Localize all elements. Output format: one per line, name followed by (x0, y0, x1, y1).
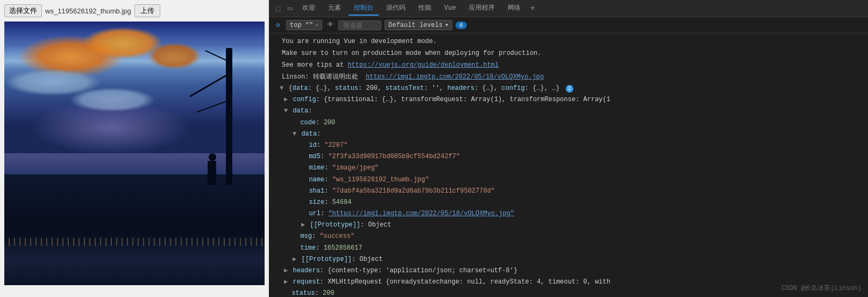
toolbar-eye-icon[interactable]: 👁 (325, 20, 335, 30)
top-filter-dropdown[interactable]: top "❞ ▾ (286, 20, 322, 30)
tree-prototype-inner-arrow[interactable] (301, 221, 305, 229)
tree-prototype-data-arrow[interactable] (293, 256, 296, 263)
tab-elements[interactable]: 元素 (323, 1, 346, 16)
tree-config: config: {transitional: {…}, transformReq… (273, 94, 864, 105)
image-container (4, 22, 265, 285)
console-line-linson: Linson: 转载请说明出处 https://img1.imgtp.com/2… (269, 71, 868, 83)
character-head (209, 153, 216, 161)
tab-network[interactable]: 网络 (502, 1, 526, 16)
character-body (208, 161, 216, 185)
file-upload-bar: 选择文件 ws_1195626192_thumb.jpg 上传 (4, 4, 265, 17)
filter-input[interactable] (338, 20, 381, 30)
devtools-toolbar: ⊘ top "❞ ▾ 👁 Default levels ▾ 6 (269, 17, 868, 33)
json-tree: {data: {…}, status: 200, statusText: '',… (269, 83, 868, 297)
tree-data-outer-arrow[interactable] (284, 107, 288, 115)
glow-center (30, 101, 191, 154)
devtools-icon-device[interactable]: ▭ (285, 4, 295, 13)
devtools-panel: ⬚ ▭ 欢迎 元素 控制台 源代码 性能 Vue 应用程序 网络 + ⊘ top… (269, 0, 868, 297)
top-filter-arrow: ▾ (315, 22, 318, 29)
tab-sources[interactable]: 源代码 (381, 1, 411, 16)
tree-headers-arrow[interactable] (284, 267, 288, 274)
tree-status: status: 200 (273, 288, 864, 297)
tab-add-button[interactable]: + (528, 4, 538, 13)
top-filter-label: top "❞ (290, 21, 313, 29)
tab-console[interactable]: 控制台 (348, 1, 379, 16)
watermark: CSDN @长岛冰茶(Linson) (781, 284, 862, 293)
tree-id: id: "2207" (273, 140, 864, 151)
upload-button[interactable]: 上传 (134, 4, 160, 17)
console-output: You are running Vue in development mode.… (269, 33, 868, 297)
console-line-vue-dev: You are running Vue in development mode. (269, 36, 868, 47)
tree-headers: headers: {content-type: 'application/jso… (273, 265, 864, 277)
levels-dropdown[interactable]: Default levels ▾ (385, 20, 452, 30)
tab-vue[interactable]: Vue (439, 2, 461, 15)
console-line-production: Make sure to turn on production mode whe… (269, 47, 868, 59)
tree-config-arrow[interactable] (284, 96, 288, 103)
anime-image (4, 22, 265, 285)
vue-deployment-link[interactable]: https://vuejs.org/guide/deployment.html (347, 61, 499, 69)
tab-performance[interactable]: 性能 (413, 1, 437, 16)
left-panel: 选择文件 ws_1195626192_thumb.jpg 上传 (0, 0, 269, 297)
cloud-orange-3 (147, 43, 201, 69)
tree-size: size: 54684 (273, 197, 864, 208)
tree-trunk (226, 48, 232, 185)
tree-request-arrow[interactable] (284, 278, 288, 286)
devtools-tab-bar: ⬚ ▭ 欢迎 元素 控制台 源代码 性能 Vue 应用程序 网络 + (269, 0, 868, 17)
tree-root: {data: {…}, status: 200, statusText: '',… (273, 83, 864, 94)
tab-application[interactable]: 应用程序 (464, 1, 500, 16)
console-line-tips: See more tips at https://vuejs.org/guide… (269, 59, 868, 71)
imgtp-link[interactable]: https://img1.imgtp.com/2022/05/18/vOLQXM… (366, 73, 544, 81)
tree-data-inner-arrow[interactable] (293, 130, 296, 138)
tab-welcome[interactable]: 欢迎 (297, 1, 321, 16)
tree-mime: mime: "image/jpeg" (273, 162, 864, 174)
tree-msg: msg: "success" (273, 231, 864, 242)
tree-request: request: XMLHttpRequest {onreadystatecha… (273, 277, 864, 288)
choose-file-button[interactable]: 选择文件 (4, 4, 42, 17)
tree-sha1: sha1: "7dabf4a5ba3218d9a2d6ab79b3b211cf9… (273, 186, 864, 197)
file-name-display: ws_1195626192_thumb.jpg (45, 7, 131, 15)
error-badge: 6 (456, 22, 467, 29)
tree-data-inner: data: (273, 129, 864, 140)
water-reflection (4, 232, 265, 285)
tree-prototype-data: [[Prototype]]: Object (273, 254, 864, 265)
tree-time: time: 1652858617 (273, 243, 864, 254)
tree-data-outer: data: (273, 105, 864, 117)
levels-label: Default levels (388, 22, 443, 29)
devtools-icon-inspect[interactable]: ⬚ (273, 4, 283, 13)
tree-root-arrow[interactable] (280, 84, 283, 92)
tree-md5: md5: "2f3fa33d90917bd085b9cf554bd242f7" (273, 151, 864, 162)
tree-name: name: "ws_1195626192_thumb.jpg" (273, 174, 864, 186)
toolbar-block-icon[interactable]: ⊘ (273, 20, 283, 30)
info-icon[interactable]: i (566, 85, 573, 93)
tree-url: url: "https://img1.imgtp.com/2022/05/18/… (273, 208, 864, 220)
tree-code: code: 200 (273, 117, 864, 129)
tree-prototype-inner: [[Prototype]]: Object (273, 220, 864, 231)
levels-arrow: ▾ (445, 21, 449, 29)
